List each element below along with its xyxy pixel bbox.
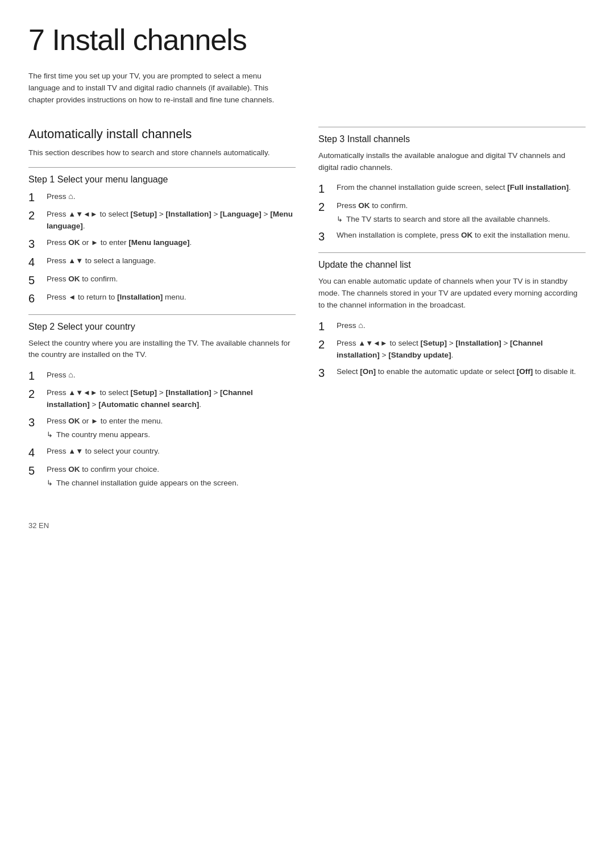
step-number: 4: [28, 446, 44, 459]
step2-item-4: 4 Press ▲▼ to select your country.: [28, 446, 296, 459]
nav-right-icon: ►: [91, 417, 98, 425]
step-content: Press ⌂.: [47, 369, 296, 381]
step-number: 6: [28, 292, 44, 305]
step1-item-1: 1 Press ⌂.: [28, 190, 296, 204]
step3-section: Step 3 Install channels Automatically in…: [318, 127, 586, 244]
step-sub: ↳ The country menu appears.: [47, 429, 163, 441]
nav-arrows-icon: ▲▼◄►: [68, 210, 97, 218]
step3-item-3: 3 When installation is complete, press O…: [318, 230, 586, 243]
step-number: 1: [28, 369, 44, 383]
step-content: Press OK to confirm.: [47, 273, 296, 285]
step-number: 3: [28, 237, 44, 251]
step-content: Press ▲▼◄► to select [Setup] > [Installa…: [47, 387, 296, 411]
step-number: 5: [28, 464, 44, 477]
two-column-layout: Automatically install channels This sect…: [28, 127, 586, 499]
step1-item-4: 4 Press ▲▼ to select a language.: [28, 255, 296, 269]
step-content: Press OK or ► to enter [Menu language].: [47, 237, 296, 249]
home-icon: ⌂: [358, 321, 363, 330]
step-content: Press ⌂.: [337, 319, 586, 332]
auto-install-desc: This section describes how to search and…: [28, 147, 296, 159]
step-sub: ↳ The channel installation guide appears…: [47, 477, 238, 489]
right-column: Step 3 Install channels Automatically in…: [318, 127, 586, 499]
nav-updown-icon: ▲▼: [68, 447, 83, 455]
step-content: Press ▲▼◄► to select [Setup] > [Installa…: [337, 338, 586, 362]
step-content: From the channel installation guide scre…: [337, 182, 586, 194]
step1-item-2: 2 Press ▲▼◄► to select [Setup] > [Instal…: [28, 209, 296, 232]
step2-heading: Step 2 Select your country: [28, 322, 296, 332]
step-number: 2: [28, 387, 44, 401]
step2-section: Step 2 Select your country Select the co…: [28, 314, 296, 489]
step-number: 2: [28, 209, 44, 222]
step-number: 3: [28, 416, 44, 429]
nav-right-icon: ►: [91, 238, 98, 247]
update-section: Update the channel list You can enable a…: [318, 252, 586, 380]
chapter-number: 7: [28, 23, 44, 56]
step2-item-5: 5 Press OK to confirm your choice. ↳ The…: [28, 464, 296, 489]
step-content: Press ▲▼◄► to select [Setup] > [Installa…: [47, 209, 296, 232]
step-content: Press ⌂.: [47, 190, 296, 203]
home-icon: ⌂: [68, 192, 73, 201]
page-layout: 7 Install channels The first time you se…: [28, 23, 586, 530]
update-item-1: 1 Press ⌂.: [318, 319, 586, 333]
step1-heading: Step 1 Select your menu language: [28, 175, 296, 185]
home-icon: ⌂: [68, 370, 73, 379]
page-number: 32 EN: [28, 521, 49, 530]
page-footer: 32 EN: [28, 521, 586, 530]
step-number: 5: [28, 273, 44, 287]
step-sub-text: The channel installation guide appears o…: [56, 477, 238, 489]
step-number: 3: [318, 230, 334, 243]
step1-item-6: 6 Press ◄ to return to [Installation] me…: [28, 292, 296, 305]
step-number: 1: [28, 190, 44, 204]
step2-item-3: 3 Press OK or ► to enter the menu. ↳ The…: [28, 416, 296, 441]
chapter-title-text: Install channels: [52, 23, 246, 56]
step-sub-text: The TV starts to search and store all th…: [346, 214, 550, 226]
step3-desc: Automatically installs the available ana…: [318, 150, 586, 174]
update-desc: You can enable automatic update of chann…: [318, 276, 586, 312]
step3-item-2: 2 Press OK to confirm. ↳ The TV starts t…: [318, 200, 586, 226]
update-list: 1 Press ⌂. 2 Press ▲▼◄► to select [Setup…: [318, 319, 586, 380]
chapter-title: 7 Install channels: [28, 23, 586, 57]
auto-install-heading: Automatically install channels: [28, 127, 296, 142]
arrow-bullet: ↳: [47, 477, 53, 489]
step1-item-5: 5 Press OK to confirm.: [28, 273, 296, 287]
step2-item-2: 2 Press ▲▼◄► to select [Setup] > [Instal…: [28, 387, 296, 411]
step-sub: ↳ The TV starts to search and store all …: [337, 214, 550, 226]
step3-item-1: 1 From the channel installation guide sc…: [318, 182, 586, 196]
update-item-3: 3 Select [On] to enable the automatic up…: [318, 366, 586, 380]
step-content: Select [On] to enable the automatic upda…: [337, 366, 586, 378]
update-heading: Update the channel list: [318, 260, 586, 270]
step-number: 2: [318, 200, 334, 214]
step1-section: Step 1 Select your menu language 1 Press…: [28, 167, 296, 305]
step-content: Press OK or ► to enter the menu.: [47, 417, 163, 425]
step-number: 1: [318, 182, 334, 196]
nav-arrows-icon: ▲▼◄►: [68, 388, 97, 397]
step1-list: 1 Press ⌂. 2 Press ▲▼◄► to select [Setup…: [28, 190, 296, 305]
update-item-2: 2 Press ▲▼◄► to select [Setup] > [Instal…: [318, 338, 586, 362]
step-content: Press OK to confirm your choice.: [47, 465, 159, 474]
step-number: 2: [318, 338, 334, 351]
step2-list: 1 Press ⌂. 2 Press ▲▼◄► to select [Setup…: [28, 369, 296, 489]
step-content: Press ◄ to return to [Installation] menu…: [47, 292, 296, 304]
step-number: 4: [28, 255, 44, 269]
step-content: When installation is complete, press OK …: [337, 230, 586, 242]
left-column: Automatically install channels This sect…: [28, 127, 296, 499]
step-sub-text: The country menu appears.: [56, 429, 150, 441]
step3-list: 1 From the channel installation guide sc…: [318, 182, 586, 244]
nav-left-icon: ◄: [68, 293, 76, 301]
arrow-bullet: ↳: [47, 429, 53, 441]
step-content: Press ▲▼ to select a language.: [47, 255, 296, 267]
step-content: Press OK to confirm.: [337, 201, 408, 210]
chapter-intro: The first time you set up your TV, you a…: [28, 70, 290, 106]
nav-updown-icon: ▲▼: [68, 256, 83, 265]
step1-item-3: 3 Press OK or ► to enter [Menu language]…: [28, 237, 296, 251]
step-content: Press ▲▼ to select your country.: [47, 446, 296, 458]
step-number: 1: [318, 319, 334, 333]
arrow-bullet: ↳: [337, 214, 343, 225]
nav-arrows-icon: ▲▼◄►: [358, 339, 387, 347]
step3-heading: Step 3 Install channels: [318, 134, 586, 144]
step2-item-1: 1 Press ⌂.: [28, 369, 296, 383]
step2-desc: Select the country where you are install…: [28, 338, 296, 362]
step-number: 3: [318, 366, 334, 380]
